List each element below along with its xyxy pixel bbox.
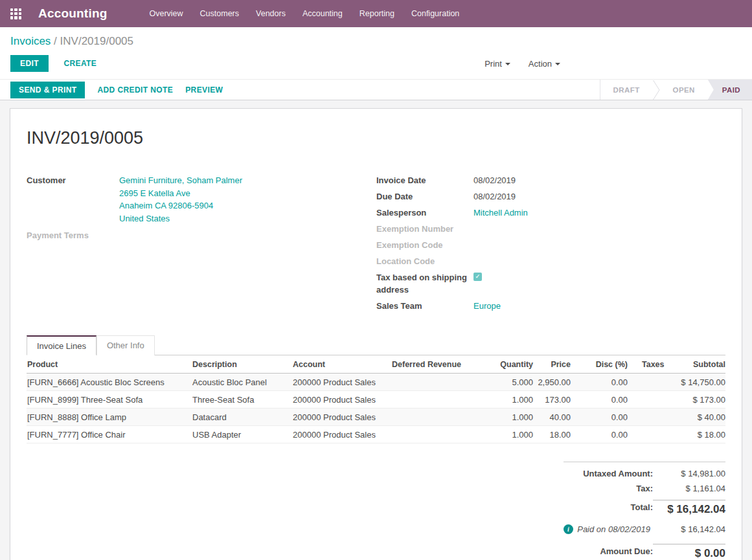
header-deferred-revenue: Deferred Revenue	[392, 360, 499, 369]
customer-address: Gemini Furniture, Soham Palmer 2695 E Ka…	[119, 174, 242, 225]
add-credit-note-button[interactable]: ADD CREDIT NOTE	[97, 85, 173, 95]
salesperson-link[interactable]: Mitchell Admin	[473, 207, 528, 219]
action-dropdown[interactable]: Action	[529, 59, 560, 69]
fields-left-column: Customer Gemini Furniture, Soham Palmer …	[27, 174, 376, 316]
untaxed-amount-value: $ 14,981.00	[653, 469, 725, 478]
nav-item-accounting[interactable]: Accounting	[294, 0, 351, 27]
send-print-button[interactable]: SEND & PRINT	[10, 82, 85, 98]
cell-disc: 0.00	[571, 412, 628, 422]
nav-menu: Overview Customers Vendors Accounting Re…	[141, 0, 468, 27]
nav-item-configuration[interactable]: Configuration	[403, 0, 468, 27]
cell-account: 200000 Product Sales	[293, 412, 392, 422]
header-subtotal: Subtotal	[676, 360, 725, 369]
sales-team-link[interactable]: Europe	[473, 300, 501, 312]
tax-shipping-label: Tax based on shipping address	[376, 271, 473, 296]
status-step-paid[interactable]: PAID	[708, 80, 752, 100]
total-value: $ 16,142.04	[653, 500, 725, 516]
header-product: Product	[27, 360, 192, 369]
left-button-group: EDIT CREATE	[10, 55, 97, 72]
nav-item-reporting[interactable]: Reporting	[351, 0, 403, 27]
due-date-label: Due Date	[376, 190, 473, 203]
tax-label: Tax:	[636, 484, 653, 493]
tax-shipping-checkbox[interactable]: ✓	[473, 273, 482, 281]
apps-menu-icon[interactable]	[10, 8, 21, 19]
info-icon[interactable]: i	[564, 524, 573, 534]
customer-street[interactable]: 2695 E Katella Ave	[119, 187, 242, 200]
paid-on-label: Paid on 08/02/2019	[577, 524, 650, 534]
tab-other-info[interactable]: Other Info	[97, 335, 155, 355]
notebook-tabs: Invoice Lines Other Info	[27, 335, 725, 355]
top-navbar: Accounting Overview Customers Vendors Ac…	[0, 0, 752, 27]
edit-button[interactable]: EDIT	[10, 55, 49, 72]
customer-city[interactable]: Anaheim CA 92806-5904	[119, 199, 242, 212]
cell-description: Datacard	[192, 412, 293, 422]
nav-item-overview[interactable]: Overview	[141, 0, 192, 27]
due-date-field: Due Date 08/02/2019	[376, 190, 725, 203]
salesperson-label: Salesperson	[376, 207, 473, 219]
cell-account: 200000 Product Sales	[293, 377, 392, 387]
status-steps: DRAFT OPEN PAID	[600, 80, 752, 100]
nav-item-customers[interactable]: Customers	[192, 0, 247, 27]
cell-subtotal: $ 173.00	[676, 395, 725, 405]
cell-quantity: 1.000	[499, 430, 533, 440]
breadcrumb-separator: /	[54, 35, 57, 47]
cell-product: [FURN_6666] Acoustic Bloc Screens	[27, 377, 192, 387]
header-account: Account	[293, 360, 392, 369]
control-panel: Invoices / INV/2019/0005 EDIT CREATE Pri…	[0, 27, 752, 79]
status-step-open[interactable]: OPEN	[660, 80, 708, 100]
salesperson-field: Salesperson Mitchell Admin	[376, 207, 725, 219]
cell-subtotal: $ 18.00	[676, 430, 725, 440]
location-code-label: Location Code	[376, 255, 473, 267]
fields-right-column: Invoice Date 08/02/2019 Due Date 08/02/2…	[376, 174, 725, 316]
control-panel-buttons: EDIT CREATE Print Action	[10, 55, 742, 79]
table-row[interactable]: [FURN_8888] Office Lamp Datacard 200000 …	[27, 409, 725, 426]
cell-disc: 0.00	[571, 395, 628, 405]
breadcrumb: Invoices / INV/2019/0005	[10, 35, 742, 48]
header-disc: Disc (%)	[571, 360, 628, 369]
cell-account: 200000 Product Sales	[293, 395, 392, 405]
invoice-date-field: Invoice Date 08/02/2019	[376, 174, 725, 186]
sales-team-label: Sales Team	[376, 300, 473, 312]
cell-product: [FURN_8888] Office Lamp	[27, 412, 192, 422]
action-dropdown-label: Action	[529, 59, 552, 69]
cell-quantity: 1.000	[499, 395, 533, 405]
customer-name-link[interactable]: Gemini Furniture, Soham Palmer	[119, 174, 242, 187]
table-row[interactable]: [FURN_6666] Acoustic Bloc Screens Acoust…	[27, 374, 725, 391]
payment-info-row: i Paid on 08/02/2019 $ 16,142.04	[564, 519, 725, 540]
table-row[interactable]: [FURN_8999] Three-Seat Sofa Three-Seat S…	[27, 391, 725, 409]
table-row[interactable]: [FURN_7777] Office Chair USB Adapter 200…	[27, 426, 725, 443]
payment-terms-label: Payment Terms	[27, 229, 119, 241]
tab-invoice-lines[interactable]: Invoice Lines	[27, 335, 97, 355]
breadcrumb-invoices-link[interactable]: Invoices	[10, 35, 51, 47]
chevron-down-icon	[555, 63, 560, 65]
nav-item-vendors[interactable]: Vendors	[247, 0, 294, 27]
app-title: Accounting	[38, 6, 108, 21]
cell-description: Acoustic Bloc Panel	[192, 377, 293, 387]
form-view: INV/2019/0005 Customer Gemini Furniture,…	[0, 100, 752, 560]
cell-description: Three-Seat Sofa	[192, 395, 293, 405]
chevron-separator-icon	[653, 80, 660, 100]
create-button[interactable]: CREATE	[63, 59, 97, 68]
exemption-code-field: Exemption Code	[376, 239, 725, 251]
customer-label: Customer	[27, 174, 119, 225]
customer-country[interactable]: United States	[119, 212, 242, 225]
statusbar: SEND & PRINT ADD CREDIT NOTE PREVIEW DRA…	[0, 79, 752, 100]
untaxed-amount-row: Untaxed Amount: $ 14,981.00	[564, 466, 725, 481]
cell-product: [FURN_8999] Three-Seat Sofa	[27, 395, 192, 405]
chevron-down-icon	[505, 63, 510, 65]
tax-value: $ 1,161.04	[653, 484, 725, 493]
total-row: Total: $ 16,142.04	[564, 496, 725, 519]
fields-area: Customer Gemini Furniture, Soham Palmer …	[27, 174, 725, 316]
statusbar-buttons: SEND & PRINT ADD CREDIT NOTE PREVIEW	[0, 80, 223, 100]
due-date-value: 08/02/2019	[473, 190, 516, 203]
print-dropdown[interactable]: Print	[484, 59, 510, 69]
invoice-sheet: INV/2019/0005 Customer Gemini Furniture,…	[10, 108, 742, 560]
cell-price: 173.00	[533, 395, 571, 405]
right-button-group: Print Action	[466, 59, 560, 69]
header-price: Price	[533, 360, 571, 369]
cell-quantity: 5.000	[499, 377, 533, 387]
status-step-draft[interactable]: DRAFT	[600, 80, 653, 100]
preview-button[interactable]: PREVIEW	[185, 85, 223, 95]
header-taxes: Taxes	[628, 360, 676, 369]
amount-due-label: Amount Due:	[600, 546, 653, 556]
